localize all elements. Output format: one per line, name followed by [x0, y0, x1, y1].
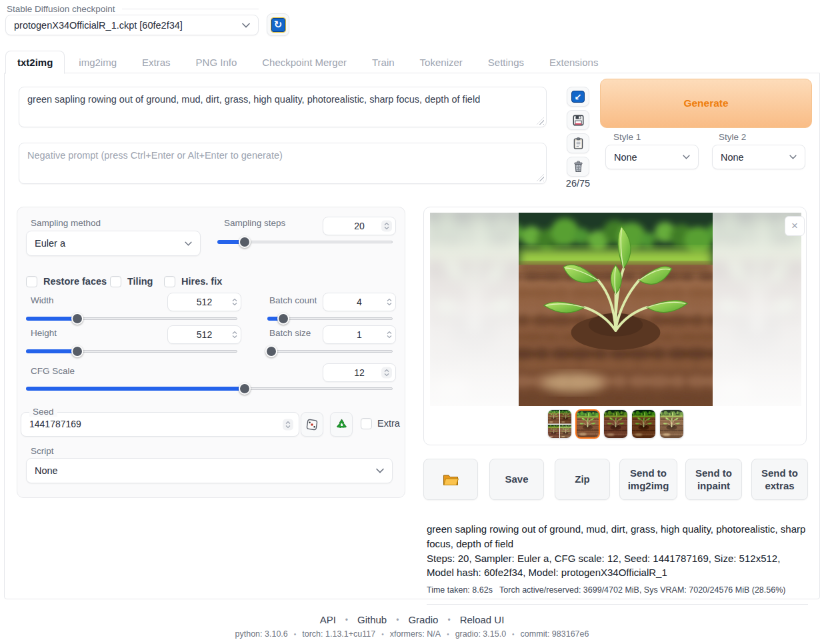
clear-prompt-button[interactable] [567, 157, 589, 177]
number-spinner[interactable] [381, 367, 392, 379]
gallery-thumbnails [547, 409, 694, 439]
restore-faces-checkbox[interactable] [26, 276, 37, 287]
save-style-button[interactable] [567, 110, 589, 130]
number-spinner[interactable] [283, 419, 293, 430]
thumbnail[interactable] [631, 409, 656, 439]
vram-usage: Torch active/reserved: 3699/4702 MiB, Sy… [499, 585, 785, 595]
batch-count-slider[interactable] [267, 313, 393, 325]
tiling-checkbox[interactable] [110, 276, 121, 287]
result-gallery: × [423, 207, 807, 445]
prompt-input[interactable]: green sapling rowing out of ground, mud,… [19, 87, 546, 127]
cfg-scale-input[interactable]: 12 [323, 363, 396, 382]
footer-link-gradio[interactable]: Gradio [408, 614, 438, 625]
cfg-scale-slider[interactable] [26, 383, 393, 395]
batch-size-slider[interactable] [267, 345, 393, 357]
style1-dropdown[interactable]: None [605, 145, 699, 169]
sampling-steps-slider[interactable] [217, 236, 393, 248]
style2-dropdown[interactable]: None [712, 145, 805, 169]
main-tabs: txt2img img2img Extras PNG Info Checkpoi… [5, 51, 609, 73]
tab-settings[interactable]: Settings [477, 51, 535, 73]
height-slider[interactable] [26, 345, 237, 357]
slider-handle[interactable] [71, 313, 83, 325]
generate-button[interactable]: Generate [600, 79, 812, 128]
width-label: Width [31, 295, 54, 305]
recycle-icon [335, 418, 348, 431]
style2-label: Style 2 [719, 132, 746, 142]
style1-value: None [614, 152, 637, 163]
checkpoint-dropdown[interactable]: protogenX34OfficialR_1.ckpt [60fe2f34] [5, 15, 259, 35]
slider-handle[interactable] [239, 236, 251, 248]
time-taken: Time taken: 8.62s [427, 585, 493, 595]
footer-link-reload-ui[interactable]: Reload UI [460, 614, 505, 625]
torch-version: torch: 1.13.1+cu117 [302, 629, 375, 639]
slider-handle[interactable] [239, 383, 251, 395]
close-gallery-button[interactable]: × [785, 216, 805, 236]
hires-fix-checkbox[interactable] [164, 276, 175, 287]
sampling-steps-label: Sampling steps [224, 218, 285, 228]
slider-handle[interactable] [265, 345, 277, 357]
zip-button[interactable]: Zip [555, 459, 610, 500]
seed-input[interactable]: Seed 1441787169 [21, 412, 299, 437]
negative-prompt-input[interactable] [19, 143, 546, 183]
extra-seed-checkbox[interactable] [361, 418, 372, 429]
number-spinner[interactable] [381, 221, 392, 232]
chevron-down-icon [242, 23, 250, 28]
batch-size-input[interactable]: 1 [323, 325, 396, 344]
style2-value: None [721, 152, 744, 163]
height-input[interactable]: 512 [167, 325, 241, 344]
sampling-method-label: Sampling method [31, 218, 101, 228]
paste-generation-params-button[interactable]: ↙ [567, 87, 589, 107]
tab-extensions[interactable]: Extensions [538, 51, 609, 73]
tab-extras[interactable]: Extras [131, 51, 182, 73]
thumbnail-selected[interactable] [575, 409, 600, 439]
number-spinner[interactable] [387, 299, 392, 306]
thumbnail-grid[interactable] [547, 409, 572, 439]
thumbnail[interactable] [603, 409, 628, 439]
chevron-down-icon [185, 241, 192, 246]
txt2img-page: Stable Diffusion checkpoint protogenX34O… [0, 0, 824, 644]
generation-info: green sapling rowing out of ground, mud,… [427, 522, 808, 605]
gradio-version: gradio: 3.15.0 [455, 629, 506, 639]
open-folder-button[interactable] [423, 459, 478, 500]
slider-handle[interactable] [71, 345, 83, 357]
refresh-checkpoint-button[interactable]: ↻ [267, 13, 289, 36]
footer-link-github[interactable]: Github [357, 614, 387, 625]
script-label: Script [31, 446, 54, 456]
batch-count-label: Batch count [269, 295, 317, 305]
number-spinner[interactable] [387, 331, 392, 339]
tab-png-info[interactable]: PNG Info [185, 51, 249, 73]
send-to-inpaint-button[interactable]: Send to inpaint [685, 459, 742, 500]
dice-icon [306, 419, 318, 431]
apply-style-button[interactable] [567, 133, 589, 153]
seed-label: Seed [29, 407, 57, 417]
thumbnail[interactable] [659, 409, 684, 439]
sampling-method-dropdown[interactable]: Euler a [26, 231, 201, 256]
save-button[interactable]: Save [489, 459, 544, 500]
tab-checkpoint-merger[interactable]: Checkpoint Merger [251, 51, 358, 73]
extra-seed-label: Extra [377, 418, 400, 429]
arrow-down-left-icon: ↙ [571, 91, 585, 103]
tab-img2img[interactable]: img2img [67, 51, 128, 73]
xformers-version: xformers: N/A [390, 629, 441, 639]
footer-versions: python: 3.10.6• torch: 1.13.1+cu117• xfo… [0, 629, 824, 639]
number-spinner[interactable] [232, 299, 237, 306]
generated-image[interactable] [519, 213, 713, 406]
tab-tokenizer[interactable]: Tokenizer [409, 51, 474, 73]
send-to-extras-button[interactable]: Send to extras [751, 459, 808, 500]
number-spinner[interactable] [232, 331, 237, 339]
width-slider[interactable] [26, 313, 237, 325]
tab-train[interactable]: Train [361, 51, 406, 73]
sampling-steps-input[interactable]: 20 [323, 217, 396, 235]
send-to-img2img-button[interactable]: Send to img2img [619, 459, 677, 500]
batch-count-input[interactable]: 4 [323, 293, 396, 311]
refresh-icon: ↻ [271, 18, 285, 32]
reuse-seed-button[interactable] [330, 412, 353, 437]
tab-txt2img[interactable]: txt2img [5, 51, 65, 74]
slider-handle[interactable] [277, 313, 289, 325]
checkpoint-value: protogenX34OfficialR_1.ckpt [60fe2f34] [14, 20, 183, 31]
python-version: python: 3.10.6 [235, 629, 288, 639]
random-seed-button[interactable] [301, 412, 323, 437]
script-dropdown[interactable]: None [26, 458, 393, 483]
width-input[interactable]: 512 [167, 293, 241, 311]
footer-link-api[interactable]: API [320, 614, 336, 625]
